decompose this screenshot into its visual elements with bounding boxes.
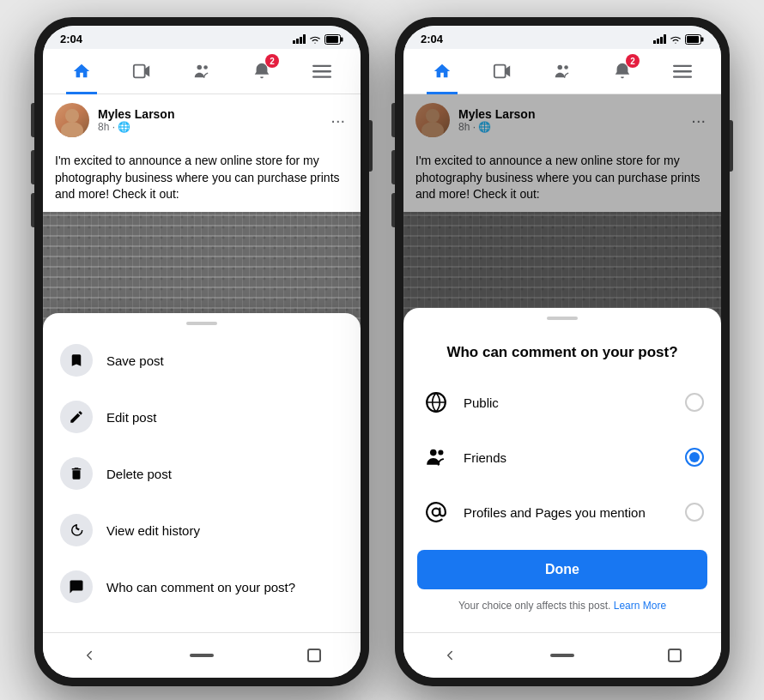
svg-point-25 bbox=[558, 65, 563, 70]
edit-label: Edit post bbox=[106, 410, 156, 425]
delete-icon bbox=[60, 457, 93, 490]
nav-bar-left: 2 bbox=[43, 49, 361, 94]
user-name-left: Myles Larson bbox=[98, 107, 174, 121]
learn-more-link[interactable]: Learn More bbox=[614, 600, 666, 612]
post-area-right: Myles Larson 8h · 🌐 ··· I'm excited to a… bbox=[403, 94, 721, 632]
nav-bar-right: 2 bbox=[403, 49, 721, 94]
nav-notifications-right[interactable]: 2 bbox=[607, 56, 638, 87]
at-icon bbox=[421, 497, 452, 528]
svg-rect-11 bbox=[312, 70, 331, 72]
svg-point-14 bbox=[61, 122, 83, 137]
back-button-left[interactable] bbox=[77, 643, 101, 667]
svg-point-35 bbox=[430, 450, 437, 456]
svg-rect-20 bbox=[664, 34, 666, 44]
menu-item-history[interactable]: View edit history bbox=[43, 502, 361, 558]
choice-note: Your choice only affects this post. Lear… bbox=[403, 596, 721, 615]
svg-rect-19 bbox=[660, 37, 663, 44]
option-profiles[interactable]: Profiles and Pages you mention bbox=[403, 485, 721, 540]
status-bar-left: 2:04 bbox=[43, 26, 361, 49]
svg-rect-28 bbox=[673, 70, 692, 72]
sheet-handle-right bbox=[547, 317, 578, 320]
status-icons-right bbox=[653, 34, 704, 45]
svg-rect-6 bbox=[326, 36, 338, 43]
nav-menu-left[interactable] bbox=[306, 56, 337, 87]
post-area-left: Myles Larson 8h · 🌐 ··· I'm excited to a… bbox=[43, 94, 361, 632]
notification-badge-left: 2 bbox=[265, 54, 279, 68]
notification-badge-right: 2 bbox=[626, 54, 640, 68]
svg-point-37 bbox=[433, 509, 440, 516]
svg-rect-24 bbox=[494, 65, 506, 78]
svg-rect-18 bbox=[657, 39, 659, 44]
nav-home-left[interactable] bbox=[66, 56, 97, 87]
right-screen: 2:04 bbox=[403, 26, 721, 678]
post-text-left: I'm excited to announce a new online sto… bbox=[43, 146, 361, 212]
history-label: View edit history bbox=[106, 523, 200, 538]
svg-rect-23 bbox=[687, 36, 699, 43]
back-button-right[interactable] bbox=[438, 643, 462, 667]
nav-notifications-left[interactable]: 2 bbox=[246, 56, 277, 87]
save-label: Save post bbox=[106, 353, 164, 368]
comment-label: Who can comment on your post? bbox=[106, 580, 295, 594]
status-time-left: 2:04 bbox=[60, 33, 82, 45]
square-button-left[interactable] bbox=[302, 643, 326, 667]
post-header-left: Myles Larson 8h · 🌐 ··· bbox=[43, 94, 361, 146]
delete-label: Delete post bbox=[106, 467, 172, 481]
svg-point-26 bbox=[564, 65, 568, 69]
right-phone: 2:04 bbox=[395, 17, 730, 686]
menu-item-comment[interactable]: Who can comment on your post? bbox=[43, 558, 361, 615]
wifi-icon-right bbox=[670, 35, 682, 44]
radio-profiles[interactable] bbox=[685, 503, 704, 522]
option-friends-label: Friends bbox=[464, 450, 673, 465]
svg-rect-22 bbox=[701, 37, 704, 41]
comment-icon bbox=[60, 570, 93, 603]
dialog-overlay: Who can comment on your post? Public bbox=[403, 94, 721, 632]
signal-icon bbox=[293, 34, 306, 44]
nav-groups-right[interactable] bbox=[547, 56, 578, 87]
post-user-left: Myles Larson 8h · 🌐 bbox=[55, 103, 174, 137]
phone-nav-right bbox=[403, 632, 721, 678]
status-bar-right: 2:04 bbox=[403, 26, 721, 49]
avatar-left bbox=[55, 103, 89, 137]
svg-rect-29 bbox=[673, 76, 692, 78]
nav-menu-right[interactable] bbox=[667, 56, 698, 87]
nav-video-left[interactable] bbox=[126, 56, 157, 87]
svg-rect-2 bbox=[300, 37, 302, 44]
radio-public[interactable] bbox=[685, 393, 704, 412]
menu-item-save[interactable]: Save post bbox=[43, 332, 361, 389]
edit-icon bbox=[60, 401, 93, 433]
battery-icon-right bbox=[685, 34, 704, 45]
option-friends[interactable]: Friends bbox=[403, 430, 721, 485]
nav-home-right[interactable] bbox=[427, 56, 458, 87]
battery-icon bbox=[324, 34, 343, 45]
save-icon bbox=[60, 344, 93, 377]
svg-point-13 bbox=[65, 109, 79, 123]
square-button-right[interactable] bbox=[663, 643, 687, 667]
done-button[interactable]: Done bbox=[417, 550, 707, 589]
dialog-title: Who can comment on your post? bbox=[403, 327, 721, 375]
post-meta-left: 8h · 🌐 bbox=[98, 121, 174, 133]
option-public-label: Public bbox=[464, 395, 673, 410]
bottom-sheet-left: Save post Edit post bbox=[43, 313, 361, 632]
status-time-right: 2:04 bbox=[421, 33, 443, 45]
friends-icon bbox=[421, 442, 452, 473]
svg-rect-0 bbox=[293, 40, 295, 44]
svg-rect-10 bbox=[312, 65, 331, 67]
svg-rect-17 bbox=[653, 40, 656, 44]
nav-groups-left[interactable] bbox=[186, 56, 217, 87]
left-screen: 2:04 bbox=[43, 26, 361, 678]
menu-item-edit[interactable]: Edit post bbox=[43, 389, 361, 445]
nav-video-right[interactable] bbox=[487, 56, 518, 87]
svg-rect-12 bbox=[312, 76, 331, 78]
more-options-left[interactable]: ··· bbox=[327, 111, 349, 130]
home-button-right[interactable] bbox=[550, 643, 574, 667]
svg-rect-3 bbox=[303, 34, 306, 44]
svg-point-8 bbox=[197, 65, 203, 70]
radio-friends[interactable] bbox=[685, 448, 704, 467]
svg-point-9 bbox=[203, 65, 208, 69]
home-button-left[interactable] bbox=[190, 643, 214, 667]
option-public[interactable]: Public bbox=[403, 375, 721, 430]
option-profiles-label: Profiles and Pages you mention bbox=[464, 505, 673, 520]
wifi-icon bbox=[309, 35, 321, 44]
svg-point-36 bbox=[438, 450, 443, 456]
menu-item-delete[interactable]: Delete post bbox=[43, 445, 361, 502]
